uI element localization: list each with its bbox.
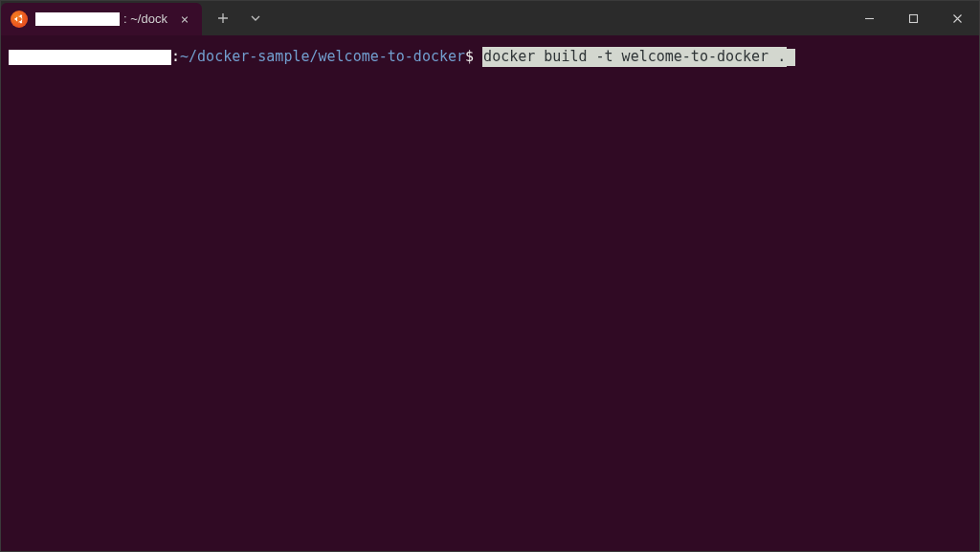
titlebar-drag-area[interactable] [271,1,847,35]
titlebar: : ~/dock × [1,1,979,35]
tab-title: : ~/dock [35,11,167,26]
tab-title-suffix: : ~/dock [123,11,167,26]
prompt-line: :~/docker-sample/welcome-to-docker$ dock… [9,47,971,67]
svg-rect-3 [909,14,917,22]
close-window-button[interactable] [935,1,979,35]
prompt-separator: : [171,47,180,67]
redacted-username [35,12,120,26]
cursor [787,49,795,66]
minimize-button[interactable] [847,1,891,35]
tab-dropdown-button[interactable] [240,1,271,35]
redacted-user-host [9,50,171,65]
prompt-symbol: $ [465,47,474,67]
tab-actions [202,1,271,35]
terminal-tab[interactable]: : ~/dock × [1,3,202,35]
new-tab-button[interactable] [208,1,238,35]
command-text: docker build -t welcome-to-docker . [482,47,787,67]
terminal-window: : ~/dock × :~/docker-sam [0,0,980,552]
prompt-path: ~/docker-sample/welcome-to-docker [180,47,465,67]
maximize-button[interactable] [891,1,935,35]
close-tab-icon[interactable]: × [175,10,194,29]
window-controls [847,1,979,35]
terminal-body[interactable]: :~/docker-sample/welcome-to-docker$ dock… [1,35,979,551]
ubuntu-icon [11,11,28,28]
